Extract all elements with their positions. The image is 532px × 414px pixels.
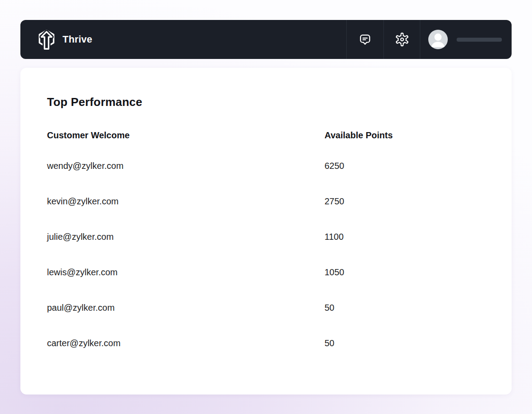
performance-table: Customer Welcome Available Points wendy@…: [47, 122, 485, 361]
customer-email: lewis@zylker.com: [47, 267, 325, 277]
feedback-button[interactable]: [346, 20, 383, 59]
navbar-actions: [346, 20, 512, 59]
table-row: wendy@zylker.com 6250: [47, 148, 485, 184]
table-row: paul@zylker.com 50: [47, 290, 485, 325]
available-points: 2750: [325, 196, 485, 207]
brand-name: Thrive: [63, 34, 92, 45]
top-performance-card: Top Performance Customer Welcome Availab…: [20, 68, 512, 394]
available-points: 50: [325, 303, 485, 313]
profile-button[interactable]: [420, 20, 512, 59]
table-row: kevin@zylker.com 2750: [47, 184, 485, 219]
gear-icon: [395, 32, 409, 47]
table-row: lewis@zylker.com 1050: [47, 254, 485, 290]
table-header-row: Customer Welcome Available Points: [47, 122, 485, 148]
brand-home-button[interactable]: Thrive: [20, 20, 92, 59]
thrive-logo-icon: [36, 28, 57, 51]
username-placeholder: [457, 38, 502, 42]
customer-email: carter@zylker.com: [47, 338, 325, 348]
page-title: Top Performance: [47, 95, 485, 109]
customer-email: wendy@zylker.com: [47, 161, 325, 171]
column-header-points: Available Points: [325, 130, 485, 141]
comment-bubble-icon: [358, 32, 372, 47]
column-header-customer: Customer Welcome: [47, 130, 325, 141]
user-avatar: [428, 30, 448, 49]
customer-email: julie@zylker.com: [47, 232, 325, 242]
app-background: Thrive: [0, 0, 532, 394]
available-points: 50: [325, 338, 485, 348]
settings-button[interactable]: [383, 20, 420, 59]
table-row: carter@zylker.com 50: [47, 325, 485, 361]
available-points: 1050: [325, 267, 485, 277]
table-row: julie@zylker.com 1100: [47, 219, 485, 254]
available-points: 6250: [325, 161, 485, 171]
customer-email: kevin@zylker.com: [47, 196, 325, 207]
customer-email: paul@zylker.com: [47, 303, 325, 313]
navbar: Thrive: [20, 20, 512, 59]
available-points: 1100: [325, 232, 485, 242]
